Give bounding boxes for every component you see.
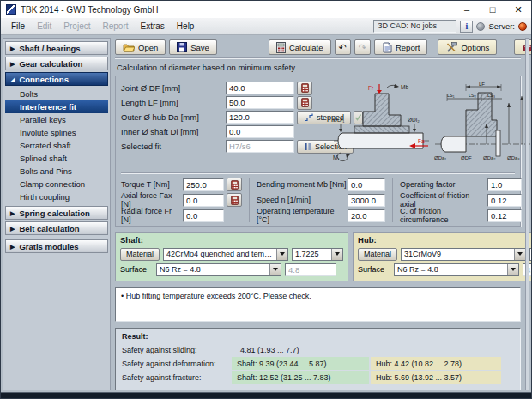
minimize-button[interactable]: – — [454, 1, 480, 18]
maximize-button[interactable]: □ — [480, 1, 505, 18]
sidebar-item-splined-shaft[interactable]: Splined shaft — [5, 152, 108, 165]
stepped-shape-icon — [304, 113, 313, 121]
operating-factor-input[interactable] — [487, 178, 522, 191]
deformation-safety-shaft-value: Shaft: 9.39 (23.44 ... 5.87) — [232, 357, 369, 370]
dim-da1-label: ØDa₁ — [434, 155, 446, 160]
friction-circumference-input[interactable] — [487, 209, 522, 222]
outer-diameter-label: Outer Ø hub Da [mm] — [121, 112, 226, 122]
radial-force-input[interactable] — [183, 209, 224, 222]
dim-lf-label: LF — [479, 82, 485, 87]
toolbar: Open Save — [115, 39, 521, 57]
hub-surface-dropdown[interactable]: N6 Rz = 4.8 — [394, 263, 519, 276]
axial-force-input[interactable] — [183, 194, 224, 207]
titlebar: TBK 2014 - GWJ Technology GmbH – □ ✕ — [1, 1, 531, 18]
section-title: Calculation of diameter based on minimum… — [115, 61, 521, 76]
joint-diameter-input[interactable] — [226, 82, 294, 94]
calculator-icon — [276, 42, 286, 53]
sidebar-group-belt-calculation[interactable]: ▶ Belt calculation — [5, 221, 108, 235]
operating-temperature-input[interactable] — [348, 209, 385, 222]
sidebar-item-parallel-keys[interactable]: Parallel keys — [5, 113, 108, 126]
menu-extras[interactable]: Extras — [135, 20, 171, 33]
options-button[interactable]: Options — [438, 39, 497, 55]
sidebar-item-bolts-and-pins[interactable]: Bolts and Pins — [5, 165, 108, 178]
dim-ls1-label: LS₁ — [447, 93, 455, 98]
sidebar-item-clamp-connection[interactable]: Clamp connection — [5, 178, 108, 190]
sidebar-item-bolts[interactable]: Bolts — [5, 88, 108, 100]
shaft-surface-label: Surface — [120, 265, 153, 274]
sidebar-item-hirth-coupling[interactable]: Hirth coupling — [5, 190, 108, 203]
inner-diameter-input[interactable] — [226, 125, 294, 138]
open-button[interactable]: Open — [115, 39, 166, 55]
menu-project: Project — [57, 20, 96, 33]
shaft-material-value: 42CrMo4 quenched and temp... — [166, 250, 275, 258]
menu-file[interactable]: File — [5, 20, 31, 33]
friction-circumference-label: C. of friction circumference — [400, 207, 487, 224]
fit-selection-icon — [304, 142, 311, 151]
sidebar-group-spring-calculation[interactable]: ▶ Spring calculation — [5, 206, 108, 220]
shaft-surface-value: N6 Rz = 4.8 — [160, 265, 268, 274]
window-title: TBK 2014 - GWJ Technology GmbH — [21, 5, 158, 15]
sidebar-group-gear-calculation[interactable]: ▶ Gear calculation — [5, 57, 108, 70]
report-document-icon — [382, 42, 392, 53]
inner-diameter-2-label: ØDi₂ — [408, 117, 420, 123]
report-button[interactable]: Report — [374, 39, 428, 55]
hub-panel-title: Hub: — [358, 235, 532, 245]
sidebar-group-gratis-modules[interactable]: ▶ Gratis modules — [5, 239, 108, 253]
menu-help[interactable]: Help — [171, 20, 201, 33]
scrollbar-track[interactable] — [525, 38, 529, 390]
chevron-down-icon[interactable] — [507, 264, 518, 275]
chevron-down-icon[interactable] — [269, 264, 281, 275]
joint-diameter-label: Joint Ø DF [mm] — [121, 83, 226, 93]
hub-material-dropdown[interactable]: 31CrMoV9 — [401, 248, 526, 261]
outer-diameter-input[interactable] — [226, 111, 294, 124]
dim-ls2-label: LS₂ — [469, 93, 476, 98]
torque-calc-button[interactable] — [227, 178, 242, 191]
shaft-material-button[interactable]: Material — [120, 248, 160, 261]
sidebar-item-interference-fit[interactable]: Interference fit — [5, 100, 108, 113]
close-button[interactable]: ✕ — [505, 1, 531, 18]
sidebar-item-involute-splines[interactable]: Involute splines — [5, 126, 108, 139]
selected-fit-label: Selected fit — [121, 142, 226, 151]
torque-label: Torque T [Nm] — [121, 180, 183, 189]
length-calc-button[interactable] — [297, 96, 312, 110]
redo-button: ↷ — [354, 39, 371, 55]
friction-axial-input[interactable] — [487, 194, 522, 207]
joint-diameter-calc-button[interactable] — [297, 82, 312, 95]
speed-input[interactable] — [348, 194, 385, 207]
cad-status-field: 3D CAD: No jobs — [373, 20, 456, 33]
sidebar-group-shaft-bearings[interactable]: ▶ Shaft / bearings — [5, 41, 108, 55]
cad-status-icon — [476, 22, 485, 31]
shaft-material-dropdown[interactable]: 42CrMo4 quenched and temp... — [163, 248, 288, 261]
server-status-icon — [518, 22, 527, 31]
shaft-material-number-dropdown[interactable]: 1.7225 — [292, 248, 343, 261]
calculate-button[interactable]: Calculate — [269, 39, 331, 55]
sidebar-item-serrated-shaft[interactable]: Serrated shaft — [5, 139, 108, 152]
selected-fit-field — [226, 140, 294, 153]
length-input[interactable] — [226, 96, 294, 109]
save-button[interactable]: Save — [169, 39, 217, 55]
undo-button[interactable]: ↶ — [335, 39, 351, 55]
load-parameters: Torque T [Nm] — [121, 172, 515, 222]
result-box: Result: Safety against sliding: 4.81 (1.… — [115, 328, 521, 390]
chevron-down-icon[interactable] — [331, 249, 342, 260]
bending-moment-input[interactable] — [348, 178, 385, 191]
hub-material-button[interactable]: Material — [358, 248, 397, 261]
expanded-arrow-icon: ◢ — [10, 76, 15, 82]
chevron-down-icon[interactable] — [276, 249, 287, 260]
hub-panel: Hub: Material 31CrMoV9 1.8519 Sur — [353, 232, 532, 281]
redo-icon: ↷ — [359, 42, 366, 53]
save-floppy-icon — [177, 42, 187, 52]
radial-force-fr-label: Fr — [368, 85, 374, 91]
options-button-label: Options — [461, 43, 489, 52]
chevron-down-icon[interactable] — [514, 249, 525, 260]
moment-mb-label: Mb — [401, 84, 408, 90]
calculator-icon — [231, 196, 239, 205]
dim-ls3-label: LS₃ — [487, 93, 495, 98]
collapsed-arrow-icon: ▶ — [10, 210, 15, 216]
shaft-surface-dropdown[interactable]: N6 Rz = 4.8 — [156, 263, 281, 276]
axial-force-calc-button[interactable] — [227, 193, 242, 207]
info-button[interactable]: i — [460, 21, 473, 33]
sidebar-group-connections[interactable]: ◢ Connections — [5, 72, 108, 86]
torque-input[interactable] — [183, 178, 224, 191]
deformation-safety-label: Safety against deformation: — [122, 360, 232, 368]
